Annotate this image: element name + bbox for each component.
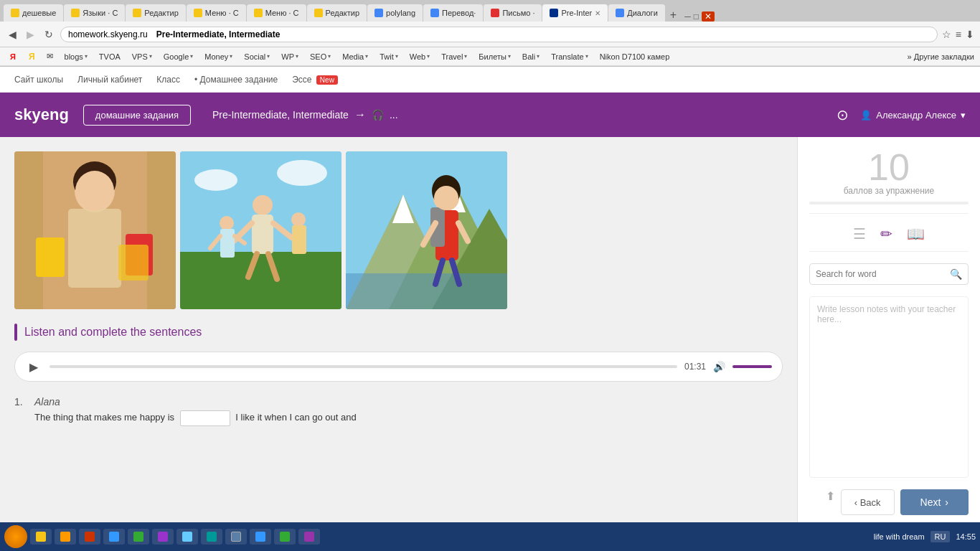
taskbar-item-10[interactable] (250, 529, 271, 545)
refresh-button[interactable]: ↻ (42, 27, 56, 42)
close-button[interactable]: ✕ (702, 11, 715, 22)
taskbar-item-2[interactable] (55, 529, 76, 545)
volume-icon[interactable]: 🔊 (713, 361, 725, 372)
sidebar-nav-buttons: ⬆ ‹ Back Next › (809, 489, 969, 515)
notes-placeholder: Write lesson notes with your teacher her… (817, 304, 956, 324)
nav-cabinet[interactable]: Личный кабинет (77, 75, 142, 85)
nav-class[interactable]: Класс (156, 75, 180, 85)
progress-track[interactable] (50, 365, 677, 368)
bookmark-google[interactable]: Google ▾ (159, 51, 197, 62)
header-icons: ⊙ 👤 Александр Алексе ▾ (837, 106, 966, 123)
list-tool-icon[interactable]: ☰ (853, 225, 866, 242)
logo[interactable]: skyeng (14, 105, 69, 124)
back-button[interactable]: ‹ Back (841, 489, 895, 515)
bookmark-bali[interactable]: Bali ▾ (518, 51, 544, 62)
tab-4[interactable]: Меню · С (187, 4, 246, 22)
taskbar-item-3[interactable] (79, 529, 100, 545)
share-icon[interactable]: ⬆ (826, 489, 835, 515)
volume-bar[interactable] (732, 365, 772, 368)
more-bookmarks[interactable]: » Другие закладки (908, 52, 974, 61)
tab-11[interactable]: Диалоги (608, 4, 665, 22)
homework-button[interactable]: домашние задания (83, 105, 191, 126)
logo-sky: sky (14, 105, 41, 123)
minimize-button[interactable]: ─ (684, 11, 691, 22)
headphone-icon: 🎧 (372, 109, 384, 121)
user-info[interactable]: 👤 Александр Алексе ▾ (860, 110, 966, 121)
edit-tool-icon[interactable]: ✏ (880, 225, 892, 242)
bookmark-nikon[interactable]: Nikon D7100 камер (595, 51, 674, 62)
tab-5[interactable]: Меню · С (247, 4, 306, 22)
taskbar-item-8[interactable] (201, 529, 222, 545)
forward-nav-button[interactable]: ▶ (24, 27, 37, 42)
tab-10[interactable]: Pre-Inter ✕ (542, 4, 608, 22)
bookmark-web[interactable]: Web ▾ (405, 51, 434, 62)
tools-row: ☰ ✏ 📖 (809, 225, 969, 252)
taskbar-item-7[interactable] (176, 529, 198, 545)
tab-7[interactable]: polylang (367, 4, 423, 22)
bookmark-bilety[interactable]: Билеты ▾ (474, 51, 514, 62)
tab-1[interactable]: дешевые (4, 4, 63, 22)
bookmark-social[interactable]: Social ▾ (240, 51, 274, 62)
start-button[interactable] (4, 525, 27, 548)
next-button[interactable]: Next › (900, 489, 969, 515)
tab-2[interactable]: Языки · С (64, 4, 125, 22)
score-number: 10 (809, 149, 969, 186)
bookmark-translate[interactable]: Translate ▾ (547, 51, 592, 62)
tab-6[interactable]: Редактир (307, 4, 367, 22)
tab-3[interactable]: Редактир (126, 4, 186, 22)
taskbar-item-9[interactable] (225, 529, 247, 545)
book-tool-icon[interactable]: 📖 (907, 225, 925, 242)
bookmark-yandex[interactable]: Я (6, 51, 22, 62)
main-layout: Listen and complete the sentences ▶ 01:3… (0, 137, 980, 527)
tab-favicon-11 (616, 9, 624, 17)
tab-favicon-6 (314, 9, 323, 17)
address-bar[interactable]: homework.skyeng.ru Pre-Intermediate, Int… (60, 27, 938, 42)
menu-icon[interactable]: ≡ (956, 29, 961, 40)
more-options[interactable]: ... (390, 109, 398, 121)
seo-arrow: ▾ (328, 53, 331, 60)
fill-blank-input[interactable] (180, 410, 230, 426)
mail-icon: ✉ (47, 52, 53, 61)
maximize-button[interactable]: □ (694, 11, 699, 22)
nav-school[interactable]: Сайт школы (14, 75, 63, 85)
bookmark-wp[interactable]: WP ▾ (277, 51, 303, 62)
taskbar-item-1[interactable] (30, 529, 52, 545)
taskbar-item-11[interactable] (274, 529, 296, 545)
taskbar-item-5[interactable] (128, 529, 149, 545)
back-nav-button[interactable]: ◀ (6, 27, 19, 42)
taskbar-item-6[interactable] (152, 529, 174, 545)
new-badge: New (316, 75, 338, 85)
star-icon[interactable]: ☆ (942, 29, 951, 40)
bookmark-blogs[interactable]: blogs ▾ (60, 51, 92, 62)
image-shopping (14, 151, 176, 309)
sentence-text: The thing that makes me happy is I like … (34, 410, 783, 426)
audio-player: ▶ 01:31 🔊 (14, 352, 783, 382)
bookmark-vps-label: VPS (132, 52, 148, 61)
taskbar-item-4[interactable] (103, 529, 125, 545)
bookmark-vps[interactable]: VPS ▾ (128, 51, 156, 62)
bookmark-travel[interactable]: Travel ▾ (437, 51, 471, 62)
new-tab-button[interactable]: + (666, 9, 681, 22)
taskbar-item-12[interactable] (298, 529, 320, 545)
svg-point-19 (220, 216, 234, 230)
bookmark-tvoa[interactable]: TVOA (95, 51, 125, 62)
bookmark-yandex2[interactable]: Я (24, 50, 39, 63)
bookmark-twit[interactable]: Twit ▾ (375, 51, 402, 62)
bookmark-bali-label: Bali (522, 52, 535, 61)
svg-point-13 (253, 195, 273, 215)
nav-homework[interactable]: • Домашнее задание (194, 75, 278, 85)
search-input[interactable] (816, 269, 946, 279)
bookmark-mail[interactable]: ✉ (42, 50, 57, 62)
bookmark-seo[interactable]: SEO ▾ (306, 51, 335, 62)
tab-8[interactable]: Перевод· (423, 4, 483, 22)
download-icon[interactable]: ⬇ (966, 29, 974, 40)
bookmark-media[interactable]: Media ▾ (338, 51, 372, 62)
help-icon[interactable]: ⊙ (837, 106, 849, 123)
lang-button[interactable]: RU (930, 531, 951, 542)
user-dropdown-icon[interactable]: ▾ (961, 110, 966, 121)
tab-9[interactable]: Письмо · (484, 4, 542, 22)
nav-essay[interactable]: Эссе New (292, 75, 338, 85)
tab-close-10[interactable]: ✕ (595, 9, 600, 17)
play-button[interactable]: ▶ (25, 358, 42, 375)
bookmark-money[interactable]: Money ▾ (200, 51, 237, 62)
